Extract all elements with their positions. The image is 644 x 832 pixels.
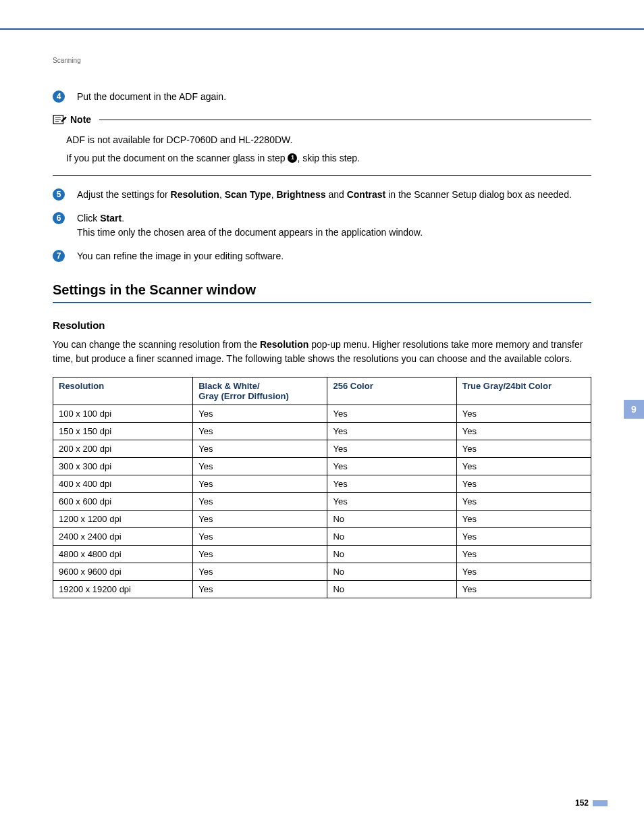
resolution-table: Resolution Black & White/ Gray (Error Di…: [53, 377, 591, 598]
table-cell: Yes: [456, 475, 591, 493]
table-cell: Yes: [456, 546, 591, 563]
step-text: Adjust the settings for Resolution, Scan…: [77, 188, 591, 202]
text: .: [122, 213, 124, 224]
step-5: 5 Adjust the settings for Resolution, Sc…: [53, 188, 591, 202]
bold: Scan Type: [225, 189, 271, 200]
table-cell: 9600 x 9600 dpi: [53, 563, 193, 581]
table-cell: Yes: [193, 581, 327, 598]
page-number-bar: [593, 800, 608, 806]
table-cell: Yes: [193, 546, 327, 563]
table-row: 19200 x 19200 dpiYesNoYes: [53, 581, 591, 598]
table-cell: Yes: [456, 440, 591, 458]
table-cell: 2400 x 2400 dpi: [53, 528, 193, 546]
table-row: 400 x 400 dpiYesYesYes: [53, 475, 591, 493]
table-row: 600 x 600 dpiYesYesYes: [53, 493, 591, 511]
step-4: 4 Put the document in the ADF again.: [53, 90, 591, 104]
table-cell: Yes: [456, 511, 591, 528]
table-cell: 19200 x 19200 dpi: [53, 581, 193, 598]
table-cell: Yes: [456, 528, 591, 546]
step-number-badge: 6: [53, 212, 65, 224]
note-header: Note: [53, 113, 591, 126]
table-cell: 200 x 200 dpi: [53, 440, 193, 458]
table-cell: No: [327, 581, 456, 598]
table-cell: Yes: [193, 458, 327, 475]
table-cell: Yes: [327, 458, 456, 475]
note-line-1: ADF is not available for DCP-7060D and H…: [66, 131, 591, 149]
table-cell: Yes: [193, 475, 327, 493]
bold: Start: [100, 213, 122, 224]
table-row: 150 x 150 dpiYesYesYes: [53, 423, 591, 440]
note-line-2b: , skip this step.: [297, 153, 360, 163]
table-cell: 1200 x 1200 dpi: [53, 511, 193, 528]
table-cell: No: [327, 563, 456, 581]
note-block: Note ADF is not available for DCP-7060D …: [53, 113, 591, 176]
table-row: 300 x 300 dpiYesYesYes: [53, 458, 591, 475]
table-cell: Yes: [193, 405, 327, 423]
step-text: Click Start. This time only the chosen a…: [77, 211, 591, 240]
bold: Resolution: [260, 339, 308, 350]
table-cell: Yes: [327, 440, 456, 458]
note-line-2a: If you put the document on the scanner g…: [66, 153, 288, 163]
page-number: 152: [575, 798, 589, 808]
table-cell: 600 x 600 dpi: [53, 493, 193, 511]
text: This time only the chosen area of the do…: [77, 227, 423, 238]
text: ,: [219, 189, 225, 200]
table-cell: Yes: [193, 563, 327, 581]
note-body: ADF is not available for DCP-7060D and H…: [53, 130, 591, 176]
note-rule: [99, 120, 591, 120]
table-row: 1200 x 1200 dpiYesNoYes: [53, 511, 591, 528]
subsection-heading: Resolution: [53, 319, 591, 331]
table-row: 4800 x 4800 dpiYesNoYes: [53, 546, 591, 563]
table-cell: 400 x 400 dpi: [53, 475, 193, 493]
table-row: 2400 x 2400 dpiYesNoYes: [53, 528, 591, 546]
note-label: Note: [70, 114, 97, 125]
table-row: 100 x 100 dpiYesYesYes: [53, 405, 591, 423]
table-cell: No: [327, 528, 456, 546]
step-text: Put the document in the ADF again.: [77, 90, 591, 104]
text: Click: [77, 213, 100, 224]
table-header-row: Resolution Black & White/ Gray (Error Di…: [53, 378, 591, 405]
step-number-badge: 4: [53, 90, 65, 103]
step-text: You can refine the image in your editing…: [77, 249, 591, 263]
paragraph: You can change the scanning resolution f…: [53, 338, 591, 366]
note-pencil-icon: [53, 113, 68, 126]
table-cell: Yes: [193, 493, 327, 511]
chapter-thumb-tab: 9: [624, 400, 644, 419]
table-cell: 100 x 100 dpi: [53, 405, 193, 423]
bold: Brightness: [276, 189, 325, 200]
table-cell: Yes: [327, 493, 456, 511]
table-cell: Yes: [456, 581, 591, 598]
table-cell: 150 x 150 dpi: [53, 423, 193, 440]
table-cell: 300 x 300 dpi: [53, 458, 193, 475]
text: in the Scanner Setup dialog box as neede…: [385, 189, 572, 200]
page-content: Scanning 4 Put the document in the ADF a…: [0, 30, 644, 598]
table-cell: Yes: [193, 440, 327, 458]
table-cell: Yes: [456, 563, 591, 581]
step-6: 6 Click Start. This time only the chosen…: [53, 211, 591, 240]
text: Adjust the settings for: [77, 189, 171, 200]
table-cell: 4800 x 4800 dpi: [53, 546, 193, 563]
table-row: 9600 x 9600 dpiYesNoYes: [53, 563, 591, 581]
table-cell: No: [327, 511, 456, 528]
table-cell: Yes: [456, 423, 591, 440]
note-line-2: If you put the document on the scanner g…: [66, 149, 591, 167]
table-cell: Yes: [193, 528, 327, 546]
running-head: Scanning: [53, 57, 591, 64]
step-number-badge: 5: [53, 188, 65, 201]
table-cell: Yes: [456, 493, 591, 511]
section-heading: Settings in the Scanner window: [53, 282, 591, 303]
step-number-badge: 7: [53, 250, 65, 262]
top-border: [0, 0, 644, 30]
table-cell: No: [327, 546, 456, 563]
text: and: [326, 189, 347, 200]
page-number-wrap: 152: [575, 798, 608, 808]
table-cell: Yes: [327, 475, 456, 493]
step-ref-bullet: 1: [288, 153, 297, 163]
table-cell: Yes: [327, 423, 456, 440]
bold: Contrast: [347, 189, 386, 200]
table-cell: Yes: [456, 405, 591, 423]
table-cell: Yes: [456, 458, 591, 475]
bold: Resolution: [171, 189, 219, 200]
text: You can change the scanning resolution f…: [53, 339, 260, 350]
table-row: 200 x 200 dpiYesYesYes: [53, 440, 591, 458]
